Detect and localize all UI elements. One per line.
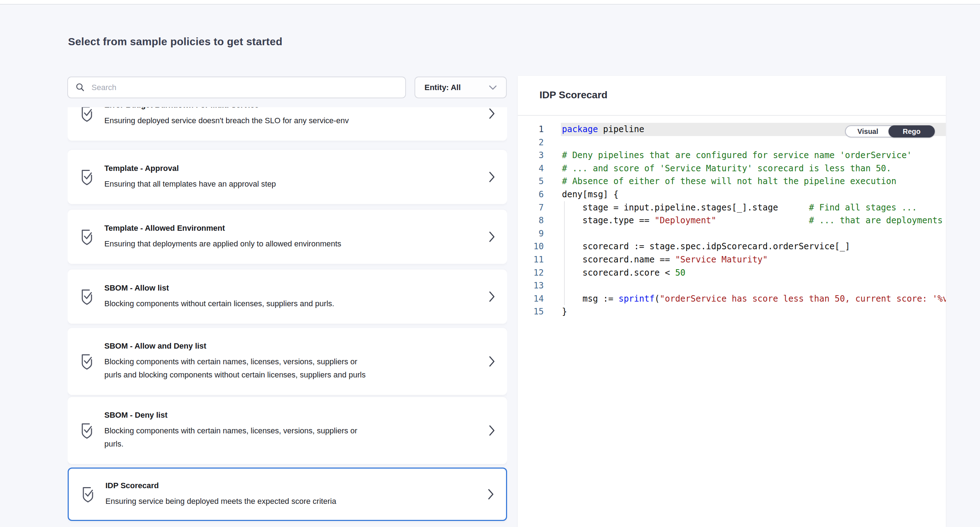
- entity-filter-dropdown[interactable]: Entity: All: [415, 76, 507, 98]
- code-editor[interactable]: 1package pipeline23# Deny pipelines that…: [518, 123, 946, 318]
- toggle-option-rego[interactable]: Rego: [888, 125, 935, 137]
- policy-card-description-line: Blocking components without certain lice…: [104, 297, 489, 310]
- policy-card-description: Ensuring service being deployed meets th…: [105, 495, 488, 508]
- line-number: 8: [518, 214, 544, 227]
- policy-card-description: Ensuring that deployments are applied on…: [104, 237, 489, 250]
- code-token: # Deny pipelines that are configured for…: [562, 150, 912, 160]
- line-number: 10: [518, 240, 544, 253]
- chevron-down-icon: [489, 85, 497, 90]
- shield-check-icon: [81, 422, 93, 439]
- code-token: 50: [675, 268, 686, 278]
- page-title: Select from sample policies to get start…: [68, 36, 282, 48]
- code-line-content: deny[msg] {: [561, 188, 946, 201]
- code-line[interactable]: 4# ... and score of 'Service Maturity' s…: [518, 162, 946, 175]
- code-line[interactable]: 8 stage.type == "Deployment" # ... that …: [518, 214, 946, 227]
- policy-card-description-line: Ensuring that deployments are applied on…: [104, 237, 489, 250]
- shield-check-icon: [81, 107, 93, 122]
- code-token: "orderService has score less than 50, cu…: [660, 294, 946, 304]
- code-token: scorecard := stage.spec.idpScorecard.ord…: [562, 241, 850, 252]
- code-line[interactable]: 14 msg := sprintf("orderService has scor…: [518, 292, 946, 306]
- code-line[interactable]: 15}: [518, 305, 946, 318]
- policy-card-text: IDP ScorecardEnsuring service being depl…: [105, 481, 488, 508]
- policy-card-text: Template - Allowed EnvironmentEnsuring t…: [104, 224, 489, 250]
- shield-check-icon: [81, 486, 94, 503]
- policy-card[interactable]: Template - Allowed EnvironmentEnsuring t…: [68, 210, 507, 264]
- policy-card[interactable]: IDP ScorecardEnsuring service being depl…: [68, 468, 507, 521]
- line-number: 5: [518, 175, 544, 188]
- code-line[interactable]: 9: [518, 227, 946, 240]
- code-line-content: stage.type == "Deployment" # ... that ar…: [561, 214, 946, 227]
- code-token: [716, 215, 809, 225]
- policy-card-text: SBOM - Allow listBlocking components wit…: [104, 283, 489, 310]
- code-token: stage = input.pipeline.stages[_].stage: [562, 202, 809, 213]
- code-line-content: scorecard.name == "Service Maturity": [561, 253, 946, 266]
- policy-card-description: Ensuring that all templates have an appr…: [104, 177, 489, 191]
- top-bar: [0, 0, 980, 5]
- policy-card[interactable]: Error Budget Burndown For Multi ServiceE…: [68, 107, 507, 141]
- line-number: 13: [518, 279, 544, 292]
- code-line-content: msg := sprintf("orderService has score l…: [561, 292, 946, 306]
- policy-card[interactable]: SBOM - Allow listBlocking components wit…: [68, 269, 507, 324]
- policy-card[interactable]: Template - ApprovalEnsuring that all tem…: [68, 150, 507, 204]
- code-line-content: # ... and score of 'Service Maturity' sc…: [561, 162, 946, 175]
- policy-card-title: Template - Allowed Environment: [104, 224, 489, 233]
- policy-card[interactable]: SBOM - Deny listBlocking components with…: [68, 397, 507, 464]
- line-number: 15: [518, 305, 544, 318]
- search-icon: [75, 83, 85, 92]
- policy-card[interactable]: SBOM - Allow and Deny listBlocking compo…: [68, 328, 507, 395]
- code-line-content: # Absence of either of these will not ha…: [561, 175, 946, 188]
- shield-check-icon: [81, 169, 93, 186]
- policy-card-title: Template - Approval: [104, 164, 489, 173]
- code-token: scorecard.name ==: [562, 255, 675, 264]
- code-line[interactable]: 10 scorecard := stage.spec.idpScorecard.…: [518, 240, 946, 253]
- policy-card-title: IDP Scorecard: [105, 481, 488, 490]
- chevron-right-icon[interactable]: [489, 231, 495, 242]
- policy-card-description-line: Blocking components with certain names, …: [104, 355, 489, 368]
- code-line-content: }: [561, 305, 946, 318]
- chevron-right-icon[interactable]: [489, 171, 495, 183]
- search-input[interactable]: [91, 83, 405, 92]
- line-number: 9: [518, 227, 544, 240]
- chevron-right-icon[interactable]: [489, 425, 495, 436]
- chevron-right-icon[interactable]: [488, 489, 494, 500]
- panel-divider: [518, 115, 946, 116]
- line-number: 2: [518, 136, 544, 149]
- code-token: # Absence of either of these will not ha…: [562, 176, 896, 186]
- code-line[interactable]: 12 scorecard.score < 50: [518, 266, 946, 280]
- line-number: 11: [518, 253, 544, 266]
- code-line[interactable]: 5# Absence of either of these will not h…: [518, 175, 946, 188]
- line-number: 6: [518, 188, 544, 201]
- policy-card-text: SBOM - Deny listBlocking components with…: [104, 411, 489, 451]
- policy-card-description: Blocking components with certain names, …: [104, 355, 489, 381]
- line-number: 7: [518, 201, 544, 214]
- policy-card-description: Blocking components with certain names, …: [104, 424, 489, 451]
- policy-card-description-line: purls.: [104, 437, 489, 451]
- code-token: # ... that are deployments: [809, 215, 943, 225]
- code-line[interactable]: 2: [518, 136, 946, 149]
- shield-check-icon: [81, 228, 93, 245]
- code-line-content: stage = input.pipeline.stages[_].stage #…: [561, 201, 946, 214]
- policy-card-text: SBOM - Allow and Deny listBlocking compo…: [104, 341, 489, 381]
- code-token: deny[msg] {: [562, 189, 619, 199]
- policy-card-text: Template - ApprovalEnsuring that all tem…: [104, 164, 489, 191]
- search-box[interactable]: [67, 76, 406, 98]
- code-line[interactable]: 6deny[msg] {: [518, 188, 946, 201]
- code-line[interactable]: 11 scorecard.name == "Service Maturity": [518, 253, 946, 266]
- shield-check-icon: [81, 288, 93, 305]
- entity-filter-label: Entity: All: [425, 83, 461, 92]
- chevron-right-icon[interactable]: [489, 108, 495, 119]
- policy-card-description: Ensuring deployed service doesn't breach…: [104, 114, 489, 127]
- code-line[interactable]: 3# Deny pipelines that are configured fo…: [518, 149, 946, 162]
- shield-check-icon: [81, 353, 93, 370]
- chevron-right-icon[interactable]: [489, 291, 495, 303]
- policy-card-title: SBOM - Deny list: [104, 411, 489, 420]
- code-token: "Service Maturity": [675, 255, 768, 264]
- code-line[interactable]: 13: [518, 279, 946, 292]
- policy-card-description-line: purls and blocking components without ce…: [104, 368, 489, 381]
- code-token: package: [562, 124, 598, 134]
- toggle-option-visual[interactable]: Visual: [846, 126, 890, 137]
- chevron-right-icon[interactable]: [489, 356, 495, 367]
- panel-title: IDP Scorecard: [539, 89, 608, 101]
- code-line[interactable]: 7 stage = input.pipeline.stages[_].stage…: [518, 201, 946, 214]
- policy-card-text: Error Budget Burndown For Multi ServiceE…: [104, 107, 489, 127]
